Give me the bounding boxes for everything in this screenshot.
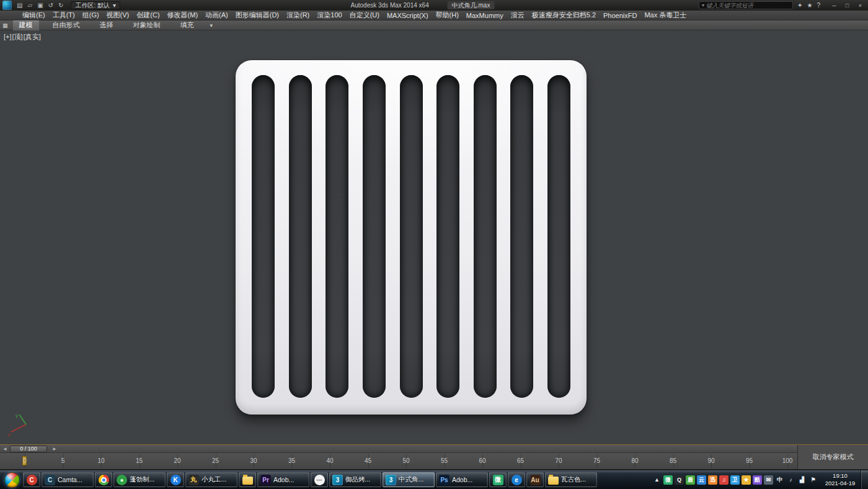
new-scene-icon[interactable]: ▤ — [17, 2, 22, 9]
ribbon-tab-5[interactable]: 填充 — [174, 20, 200, 30]
taskbar-xiaowan[interactable]: 丸小丸工... — [185, 472, 237, 487]
menu-item-4[interactable]: 视图(V) — [103, 11, 133, 20]
taskbar-button-label: Adob... — [273, 476, 294, 483]
save-file-icon[interactable]: ▣ — [37, 2, 43, 9]
tray-network-icon[interactable]: ▟ — [797, 475, 807, 485]
time-slider[interactable]: ◄ 0 / 100 ► — [0, 445, 797, 453]
viewport-menu-shading[interactable]: [真实] — [24, 33, 41, 40]
tick-label: 55 — [441, 457, 448, 464]
menu-item-5[interactable]: 创建(C) — [133, 11, 163, 20]
ribbon-tab-3[interactable]: 选择 — [94, 20, 120, 30]
taskbar-max-file-2[interactable]: 3中式角... — [383, 472, 435, 487]
menu-item-1[interactable]: 编辑(E) — [19, 11, 49, 20]
help-icon[interactable]: ? — [817, 2, 820, 9]
search-input[interactable] — [706, 2, 790, 9]
ribbon-tab-1[interactable]: 建模 — [13, 20, 39, 30]
taskbar-clock[interactable]: 19:10 2021-04-19 — [822, 472, 858, 488]
close-button[interactable]: × — [854, 1, 866, 10]
communication-center-icon[interactable]: ✦ — [797, 2, 802, 9]
menu-item-17[interactable]: PhoenixFD — [600, 12, 640, 19]
tick-label: 50 — [402, 457, 409, 464]
tray-cloud-icon[interactable]: 云 — [697, 475, 706, 485]
menu-item-7[interactable]: 动画(A) — [202, 11, 232, 20]
taskbar-max-file-1[interactable]: 3御品烤... — [329, 472, 381, 487]
taskbar-wechat[interactable]: 微 — [489, 472, 507, 487]
viewport-menu-view[interactable]: [顶] — [12, 33, 23, 40]
tray-expand-icon[interactable]: ▲ — [652, 475, 662, 485]
time-slider-handle[interactable]: 0 / 100 — [10, 446, 47, 452]
taskbar-white-circle-app[interactable]: ⋯ — [311, 472, 328, 487]
menu-item-13[interactable]: 帮助(H) — [432, 11, 463, 20]
menu-item-15[interactable]: 渲云 — [507, 11, 528, 20]
ribbon-tab-4[interactable]: 对象绘制 — [127, 20, 167, 30]
maximize-button[interactable]: □ — [841, 1, 853, 10]
taskbar-audition[interactable]: Au — [526, 472, 544, 487]
taskbar-camtasia[interactable]: CCamta... — [42, 472, 94, 487]
taskbar-chrome[interactable] — [95, 472, 112, 487]
taskbar-button-label: 中式角... — [399, 475, 423, 484]
menu-item-8[interactable]: 图形编辑器(D) — [232, 11, 283, 20]
tray-security-shield-icon[interactable]: 盾 — [686, 475, 695, 485]
show-desktop-button[interactable] — [861, 470, 868, 489]
taskbar-explorer[interactable] — [239, 472, 256, 487]
taskbar-app-red-c[interactable]: C — [23, 472, 40, 487]
taskbar-folder-window[interactable]: 瓦古色... — [545, 472, 597, 487]
taskbar-k-app[interactable]: K — [167, 472, 184, 487]
tick-label: 70 — [555, 457, 562, 464]
tick-label: 100 — [782, 457, 793, 464]
tray-action-center-icon[interactable]: ⚑ — [808, 475, 818, 485]
next-frame-icon[interactable]: ► — [52, 446, 57, 452]
workspace-dropdown[interactable]: 工作区: 默认 ▾ — [71, 1, 120, 9]
menu-item-16[interactable]: 极速瘦身安全归档5.2 — [528, 11, 600, 20]
taskbar-white-circle-app-icon: ⋯ — [314, 475, 325, 485]
viewport-label: [+][顶][真实] — [4, 32, 42, 42]
grate-slot-9 — [547, 75, 570, 398]
tray-ime-icon[interactable]: 中 — [775, 475, 784, 485]
menu-item-9[interactable]: 渲染(R) — [283, 11, 313, 20]
track-bar[interactable]: 0510152025303540455055606570758085909510… — [0, 453, 797, 470]
ribbon-config-icon[interactable]: ▾ — [210, 22, 213, 29]
taskbar-browser[interactable]: e — [508, 472, 525, 487]
tray-mail-icon[interactable]: ✉ — [764, 475, 773, 485]
redo-icon[interactable]: ↻ — [58, 2, 63, 9]
cancel-expert-mode-button[interactable]: 取消专家模式 — [813, 452, 854, 462]
menu-item-12[interactable]: MAXScript(X) — [383, 12, 432, 19]
tray-wechat-icon[interactable]: 微 — [663, 475, 673, 485]
menu-bar: 编辑(E)工具(T)组(G)视图(V)创建(C)修改器(M)动画(A)图形编辑器… — [0, 11, 868, 20]
previous-frame-icon[interactable]: ◄ — [2, 446, 7, 452]
menu-item-18[interactable]: Max 杀毒卫士 — [640, 11, 690, 20]
3dsmax-app-menu-icon[interactable] — [2, 1, 12, 10]
taskbar-photoshop[interactable]: PsAdob... — [436, 472, 488, 487]
undo-icon[interactable]: ↺ — [48, 2, 53, 9]
menu-item-3[interactable]: 组(G) — [79, 11, 103, 20]
menu-item-11[interactable]: 自定义(U) — [346, 11, 383, 20]
menu-item-6[interactable]: 修改器(M) — [164, 11, 202, 20]
tray-music-icon[interactable]: ♫ — [719, 475, 728, 485]
window-title: Autodesk 3ds Max 2014 x64 中式角几.max — [351, 0, 495, 11]
viewport-top[interactable]: [+][顶][真实] x y — [0, 30, 868, 445]
ribbon-grip-icon[interactable]: ▦ — [2, 22, 8, 29]
start-button[interactable] — [4, 472, 20, 488]
menu-item-10[interactable]: 渲染100 — [313, 11, 345, 20]
tray-star-icon[interactable]: ★ — [742, 475, 751, 485]
tick-label: 75 — [593, 457, 600, 464]
search-scope-icon[interactable]: ▾ — [702, 2, 704, 8]
file-name: 中式角几.max — [448, 1, 495, 9]
ribbon-tab-2[interactable]: 自由形式 — [46, 20, 86, 30]
open-file-icon[interactable]: ▱ — [27, 2, 32, 9]
menu-item-2[interactable]: 工具(T) — [49, 11, 79, 20]
scene-object-grate[interactable] — [236, 60, 587, 415]
viewport-menu-plus[interactable]: [+] — [4, 33, 12, 40]
tray-guard-icon[interactable]: 卫 — [730, 475, 740, 485]
favorites-icon[interactable]: ★ — [807, 2, 812, 9]
tray-volume-icon[interactable]: ♪ — [786, 475, 795, 485]
tray-downloader-icon[interactable]: 迅 — [708, 475, 717, 485]
taskbar-premiere[interactable]: PrAdob... — [257, 472, 309, 487]
tick-label: 95 — [746, 457, 753, 464]
taskbar-green-app[interactable]: ●蓬勃制... — [113, 472, 166, 487]
tray-qq-icon[interactable]: Q — [675, 475, 684, 485]
minimize-button[interactable]: ─ — [828, 1, 840, 10]
tray-icons: ▲微Q盾云迅♫卫★酷✉中♪▟⚑ — [652, 475, 820, 485]
tray-kuwo-icon[interactable]: 酷 — [753, 475, 762, 485]
menu-item-14[interactable]: MaxMummy — [463, 12, 507, 19]
